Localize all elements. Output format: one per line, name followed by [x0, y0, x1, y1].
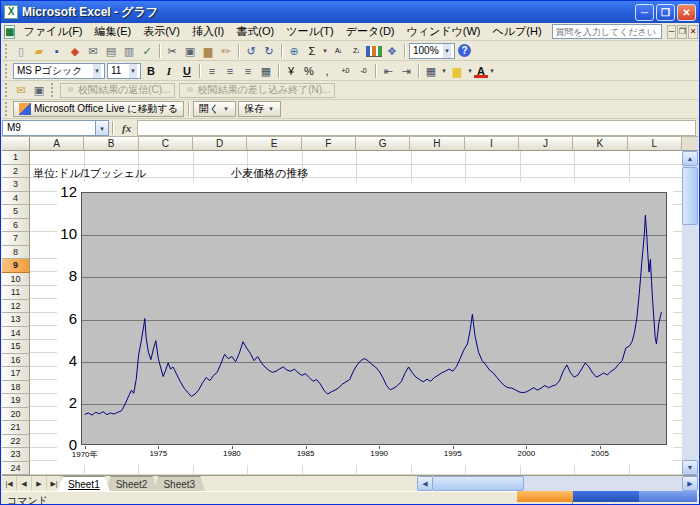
row-header-11[interactable]: 11 [2, 286, 30, 300]
row-header-19[interactable]: 19 [2, 394, 30, 408]
save-icon[interactable]: ▪ [48, 43, 66, 59]
toolbar-grip[interactable] [5, 44, 9, 58]
row-header-14[interactable]: 14 [2, 327, 30, 341]
office-live-open-button[interactable]: 開く ▾ [193, 101, 236, 117]
column-header-A[interactable]: A [30, 137, 84, 151]
email-icon[interactable]: ✉ [84, 43, 102, 59]
row-header-24[interactable]: 24 [2, 462, 30, 476]
wheat-price-chart[interactable]: 0246810121970年19751980198519901995200020… [57, 182, 673, 465]
chart-title-cell[interactable]: 小麦価格の推移 [231, 166, 308, 181]
sort-ascending-icon[interactable]: A↓ [329, 43, 347, 59]
chevron-down-icon[interactable]: ▾ [267, 105, 275, 113]
toolbar-grip[interactable] [5, 83, 9, 97]
row-header-10[interactable]: 10 [2, 273, 30, 287]
format-painter-icon[interactable]: ✏ [217, 43, 235, 59]
menu-item-insert[interactable]: 挿入(I) [186, 23, 230, 40]
column-header-C[interactable]: C [139, 137, 193, 151]
merge-center-icon[interactable]: ▦ [257, 63, 275, 79]
scroll-down-icon[interactable]: ▼ [682, 460, 698, 475]
decrease-indent-icon[interactable]: ⇤ [379, 63, 397, 79]
sheet-tab-sheet1[interactable]: Sheet1 [58, 476, 110, 491]
menu-item-window[interactable]: ウィンドウ(W) [401, 23, 487, 40]
menu-item-tools[interactable]: ツール(T) [280, 23, 340, 40]
paste-icon[interactable]: ▆ [199, 43, 217, 59]
spelling-icon[interactable]: ✓ [138, 43, 156, 59]
column-header-L[interactable]: L [628, 137, 682, 151]
row-header-16[interactable]: 16 [2, 354, 30, 368]
increase-indent-icon[interactable]: ⇥ [397, 63, 415, 79]
underline-icon[interactable]: U [178, 63, 196, 79]
redo-icon[interactable]: ↻ [260, 43, 278, 59]
horizontal-scrollbar[interactable]: ◀ ▶ [417, 476, 698, 491]
title-bar[interactable]: X Microsoft Excel - グラフ ─ ❐ ✕ [1, 1, 699, 23]
horizontal-scroll-thumb[interactable] [432, 476, 524, 491]
workbook-close-button[interactable]: ✕ [688, 25, 698, 39]
close-button[interactable]: ✕ [677, 4, 696, 21]
chart-wizard-icon[interactable] [366, 46, 382, 57]
row-header-12[interactable]: 12 [2, 300, 30, 314]
comma-style-icon[interactable]: , [318, 63, 336, 79]
sheet-tab-sheet3[interactable]: Sheet3 [153, 476, 205, 491]
first-sheet-button[interactable]: |◀ [2, 476, 17, 491]
chevron-down-icon[interactable]: ▾ [443, 44, 451, 58]
currency-style-icon[interactable]: ¥ [282, 63, 300, 79]
cut-icon[interactable]: ✂ [163, 43, 181, 59]
row-header-15[interactable]: 15 [2, 340, 30, 354]
row-header-6[interactable]: 6 [2, 219, 30, 233]
scroll-up-icon[interactable]: ▲ [682, 151, 698, 166]
show-review-icon[interactable]: ▣ [30, 82, 48, 98]
toolbar-grip[interactable] [51, 83, 55, 97]
menu-item-view[interactable]: 表示(V) [137, 23, 186, 40]
align-right-icon[interactable]: ≡ [239, 63, 257, 79]
row-header-1[interactable]: 1 [2, 151, 30, 165]
prev-sheet-button[interactable]: ◀ [17, 476, 32, 491]
question-input[interactable] [552, 24, 662, 39]
formula-input[interactable] [137, 120, 696, 136]
borders-icon[interactable]: ▦ [422, 63, 440, 79]
chevron-down-icon[interactable]: ▾ [93, 64, 101, 78]
chevron-down-icon[interactable]: ▾ [488, 67, 496, 75]
menu-item-data[interactable]: データ(D) [340, 23, 401, 40]
vertical-scrollbar[interactable]: ▲ ▼ [682, 151, 698, 475]
chevron-down-icon[interactable]: ▾ [466, 67, 474, 75]
undo-icon[interactable]: ↺ [242, 43, 260, 59]
row-header-7[interactable]: 7 [2, 232, 30, 246]
scroll-right-icon[interactable]: ▶ [682, 476, 698, 491]
insert-function-icon[interactable]: fx [122, 122, 131, 134]
permission-icon[interactable]: ◆ [66, 43, 84, 59]
menu-item-format[interactable]: 書式(O) [230, 23, 280, 40]
row-header-22[interactable]: 22 [2, 435, 30, 449]
font-color-icon[interactable]: A [474, 65, 488, 78]
column-header-I[interactable]: I [465, 137, 519, 151]
toolbar-grip[interactable] [5, 102, 9, 116]
copy-icon[interactable]: ▣ [181, 43, 199, 59]
print-preview-icon[interactable]: ▥ [120, 43, 138, 59]
chevron-down-icon[interactable]: ▾ [321, 47, 329, 55]
column-header-G[interactable]: G [356, 137, 410, 151]
toolbar-grip[interactable] [5, 64, 9, 78]
drawing-icon[interactable]: ❖ [383, 43, 401, 59]
row-header-3[interactable]: 3 [2, 178, 30, 192]
sheet-tab-sheet2[interactable]: Sheet2 [106, 476, 158, 491]
unit-label-cell[interactable]: 単位:ドル/1ブッシェル [33, 166, 146, 181]
select-all-corner[interactable] [2, 137, 30, 151]
zoom-select[interactable]: 100% ▾ [409, 43, 455, 59]
column-header-H[interactable]: H [410, 137, 464, 151]
row-header-2[interactable]: 2 [2, 165, 30, 179]
chevron-down-icon[interactable]: ▾ [222, 105, 230, 113]
menu-item-file[interactable]: ファイル(F) [17, 23, 88, 40]
reply-with-changes-icon[interactable]: ✉ [12, 82, 30, 98]
percent-style-icon[interactable]: % [300, 63, 318, 79]
open-folder-icon[interactable]: ▰ [30, 43, 48, 59]
bold-icon[interactable]: B [142, 63, 160, 79]
chevron-down-icon[interactable]: ▾ [129, 64, 137, 78]
sort-descending-icon[interactable]: Z↓ [347, 43, 365, 59]
office-live-save-button[interactable]: 保存 ▾ [238, 101, 281, 117]
chevron-down-icon[interactable]: ▾ [440, 67, 448, 75]
italic-icon[interactable]: I [160, 63, 178, 79]
menu-item-edit[interactable]: 編集(E) [89, 23, 138, 40]
print-icon[interactable]: ▤ [102, 43, 120, 59]
align-center-icon[interactable]: ≡ [221, 63, 239, 79]
autosum-icon[interactable]: Σ [303, 43, 321, 59]
row-header-13[interactable]: 13 [2, 313, 30, 327]
